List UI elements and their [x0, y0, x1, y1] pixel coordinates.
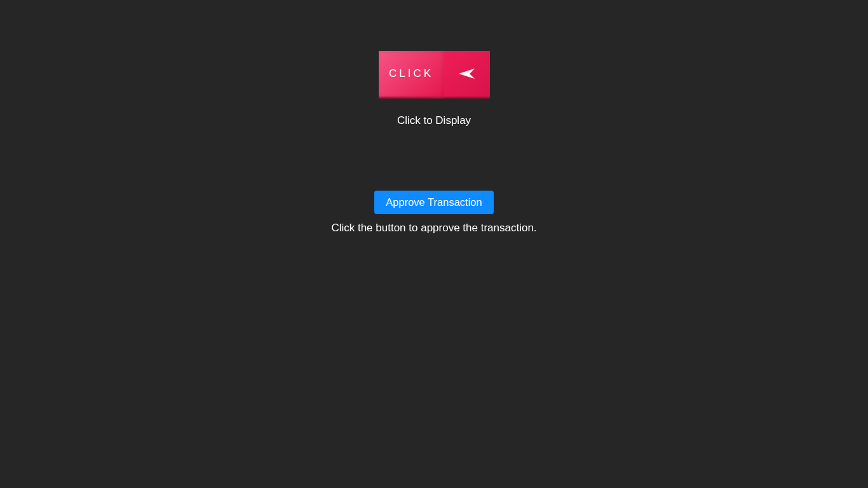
approve-description: Click the button to approve the transact… — [331, 222, 536, 234]
click-description: Click to Display — [397, 114, 471, 127]
click-button-label: CLICK — [379, 51, 444, 97]
click-button[interactable]: CLICK — [379, 51, 490, 97]
send-arrow-icon — [444, 51, 490, 97]
approve-transaction-button[interactable]: Approve Transaction — [374, 191, 493, 214]
main-container: CLICK Click to Display Approve Transacti… — [0, 0, 868, 234]
